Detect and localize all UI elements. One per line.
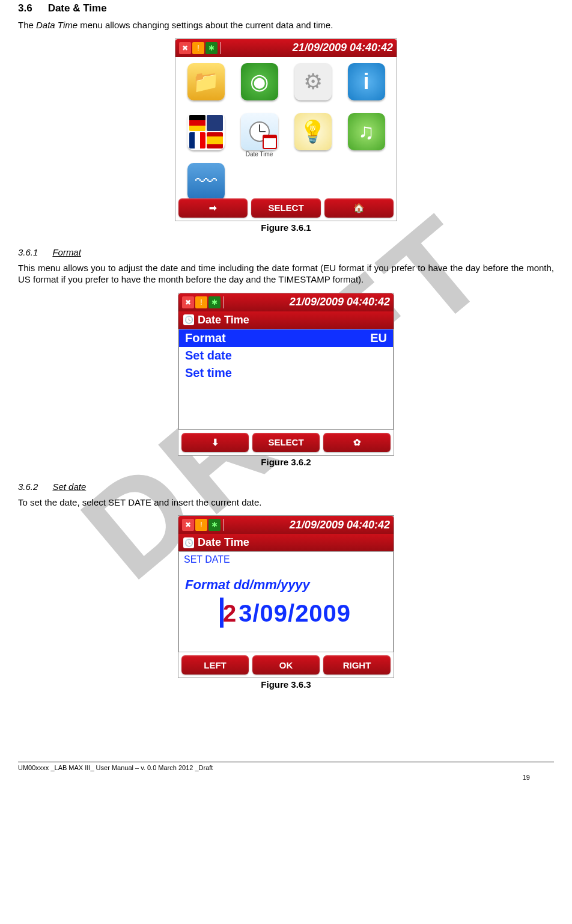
section-number: 3.6 xyxy=(18,2,32,14)
left-button[interactable]: LEFT xyxy=(181,655,249,675)
status-disconnect-icon: ✖ xyxy=(182,519,194,531)
wave-icon: 〰 xyxy=(187,163,225,200)
device-topbar: ✖ ! ✱ 21/09/2009 04:40:42 xyxy=(175,39,397,57)
device-screenshot-1: ✖ ! ✱ 21/09/2009 04:40:42 📁 ◉ ⚙ i Date T… xyxy=(175,38,397,221)
subsection-setdate: 3.6.2Set date xyxy=(18,482,554,492)
gear-icon: ⚙ xyxy=(294,63,332,100)
app-display[interactable]: 💡 xyxy=(287,112,338,159)
footer-text: UM00xxxx _LAB MAX III_ User Manual – v. … xyxy=(18,764,554,771)
app-rfid[interactable]: ◉ xyxy=(234,62,285,109)
figure-caption-2: Figure 3.6.2 xyxy=(18,457,554,467)
menu-label-format: Format xyxy=(185,331,226,345)
date-digit-active: 2 xyxy=(221,600,239,627)
home-icon: 🏠 xyxy=(353,203,365,213)
status-bt-icon: ✱ xyxy=(208,296,221,308)
page-number: 19 xyxy=(18,774,554,781)
device-topbar: ✖ ! ✱ 21/09/2009 04:40:42 xyxy=(178,293,394,311)
format-hint: Format dd/mm/yyyy xyxy=(179,566,393,600)
app-info[interactable]: i xyxy=(341,62,392,109)
device-screenshot-3: ✖ ! ✱ 21/09/2009 04:40:42 🕓 Date Time SE… xyxy=(178,515,394,678)
section-heading: 3.6Date & Time xyxy=(18,2,554,14)
app-datetime[interactable]: Date Time xyxy=(234,112,285,159)
page-footer: UM00xxxx _LAB MAX III_ User Manual – v. … xyxy=(18,762,554,781)
app-languages[interactable] xyxy=(180,112,231,159)
clock-small-icon: 🕓 xyxy=(183,314,194,325)
right-button[interactable]: RIGHT xyxy=(323,655,391,675)
menu-row-format[interactable]: Format EU xyxy=(179,329,393,347)
rfid-icon: ◉ xyxy=(241,63,278,100)
status-warn-icon: ! xyxy=(192,42,204,54)
topbar-datetime: 21/09/2009 04:40:42 xyxy=(227,296,390,308)
gear-icon: ✿ xyxy=(353,437,361,448)
status-warn-icon: ! xyxy=(195,296,207,308)
screen-title: 🕓 Date Time xyxy=(178,311,394,329)
arrow-right-icon: ➡ xyxy=(209,203,217,213)
status-bt-icon: ✱ xyxy=(205,42,218,54)
device-screenshot-2: ✖ ! ✱ 21/09/2009 04:40:42 🕓 Date Time Fo… xyxy=(178,293,394,456)
subsection-format: 3.6.1Format xyxy=(18,247,554,257)
intro-paragraph: The Data Time menu allows changing setti… xyxy=(18,19,554,31)
date-input[interactable]: 23/09/2009 xyxy=(179,600,393,627)
device-topbar: ✖ ! ✱ 21/09/2009 04:40:42 xyxy=(178,516,394,534)
info-icon: i xyxy=(348,63,385,100)
screen-title: 🕓 Date Time xyxy=(178,534,394,551)
menu-value-format: EU xyxy=(370,331,387,345)
app-datetime-label: Date Time xyxy=(246,151,273,158)
menu-row-setdate[interactable]: Set date xyxy=(179,347,393,364)
app-settings[interactable]: ⚙ xyxy=(287,62,338,109)
setdate-paragraph: To set the date, select SET DATE and ins… xyxy=(18,497,554,509)
format-paragraph: This menu allows you to adjust the date … xyxy=(18,262,554,286)
setdate-label: SET DATE xyxy=(179,553,393,566)
section-title-text: Date & Time xyxy=(48,2,107,14)
bulb-icon: 💡 xyxy=(294,113,332,150)
app-sound[interactable]: ♫ xyxy=(341,112,392,159)
down-button[interactable]: ⬇ xyxy=(181,433,249,452)
ok-button[interactable]: OK xyxy=(252,655,320,675)
next-button[interactable]: ➡ xyxy=(178,198,248,218)
topbar-datetime: 21/09/2009 04:40:42 xyxy=(227,519,390,531)
app-folder[interactable]: 📁 xyxy=(180,62,231,109)
settings-button[interactable]: ✿ xyxy=(323,433,391,452)
figure-caption-1: Figure 3.6.1 xyxy=(18,222,554,233)
music-icon: ♫ xyxy=(348,113,385,150)
folder-icon: 📁 xyxy=(187,63,225,100)
menu-row-settime[interactable]: Set time xyxy=(179,364,393,382)
status-disconnect-icon: ✖ xyxy=(182,296,194,308)
status-disconnect-icon: ✖ xyxy=(179,42,191,54)
clock-small-icon: 🕓 xyxy=(183,537,194,548)
status-bt-icon: ✱ xyxy=(208,519,221,531)
topbar-datetime: 21/09/2009 04:40:42 xyxy=(224,41,393,54)
select-button[interactable]: SELECT xyxy=(251,198,320,218)
arrow-down-icon: ⬇ xyxy=(211,437,219,448)
status-warn-icon: ! xyxy=(195,519,207,531)
select-button[interactable]: SELECT xyxy=(252,433,320,452)
flags-icon xyxy=(187,113,225,150)
clock-calendar-icon xyxy=(241,113,278,150)
figure-caption-3: Figure 3.6.3 xyxy=(18,679,554,690)
home-button[interactable]: 🏠 xyxy=(324,198,394,218)
